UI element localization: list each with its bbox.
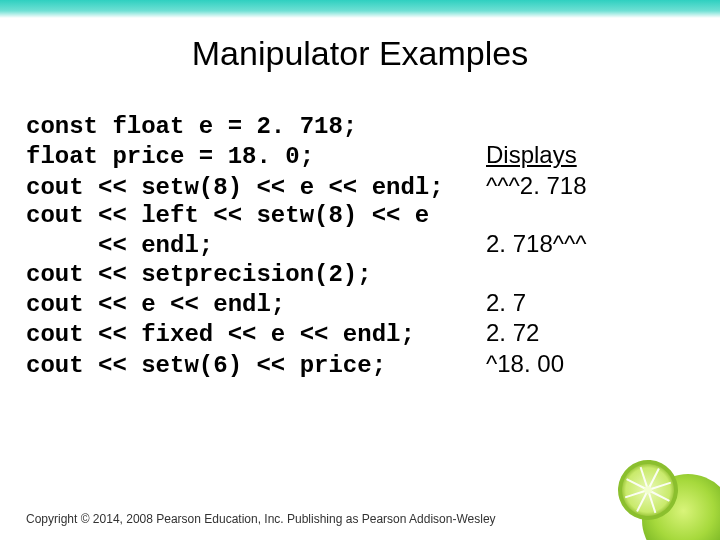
top-gradient-bar [0,0,720,18]
code-line-9: cout << setw(6) << price; [26,352,486,380]
output-line-7: 2. 7 [486,289,526,317]
code-line-3: cout << setw(8) << e << endl; [26,174,486,202]
code-line-5: << endl; [26,232,486,260]
lime-decoration-icon [610,450,720,540]
svg-line-9 [625,490,648,497]
output-line-5: 2. 718^^^ [486,230,587,258]
code-line-1: const float e = 2. 718; [26,113,357,141]
svg-line-3 [641,467,648,490]
code-line-6: cout << setprecision(2); [26,261,372,289]
svg-line-10 [627,474,648,495]
content-area: const float e = 2. 718; float price = 18… [0,113,720,380]
svg-point-0 [642,474,720,540]
svg-line-6 [648,485,669,506]
slide-title: Manipulator Examples [0,34,720,73]
code-line-7: cout << e << endl; [26,291,486,319]
svg-point-11 [643,485,653,495]
output-line-8: 2. 72 [486,319,539,347]
svg-line-5 [648,483,671,490]
output-line-3: ^^^2. 718 [486,172,587,200]
output-header: Displays [486,141,577,169]
svg-line-8 [632,490,653,511]
output-line-9: ^18. 00 [486,350,564,378]
code-line-8: cout << fixed << e << endl; [26,321,486,349]
svg-line-4 [643,469,664,490]
slide-number: 3 -32 [662,511,692,526]
code-line-2: float price = 18. 0; [26,143,486,171]
code-line-4: cout << left << setw(8) << e [26,202,429,230]
svg-line-7 [648,490,655,513]
copyright-footer: Copyright © 2014, 2008 Pearson Education… [26,512,496,526]
